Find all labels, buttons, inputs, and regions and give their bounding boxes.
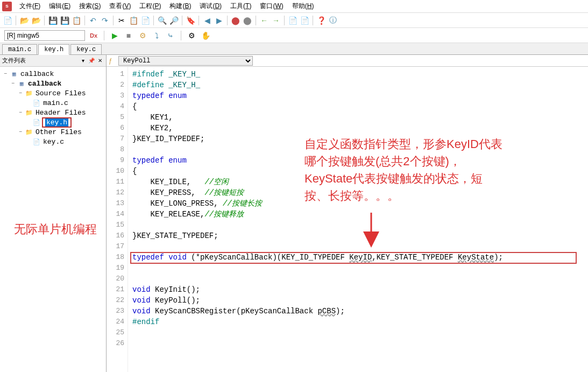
annotation-right: 自定义函数指针类型，形参KeyID代表哪个按键触发(总共2个按键)，KeySta… <box>304 136 502 205</box>
hand-button[interactable]: ✋ <box>200 30 211 41</box>
panel-pin-icon[interactable]: 📌 <box>88 57 95 65</box>
breakpoint-toggle-button[interactable]: ⬤ <box>242 15 253 26</box>
stop-button[interactable]: ■ <box>123 30 134 41</box>
save-as-button[interactable]: 📋 <box>71 15 82 26</box>
code-editor[interactable]: #ifndef _KEY_H_#define _KEY_H_typedef en… <box>128 67 588 372</box>
annotation-left: 无际单片机编程 <box>14 221 97 238</box>
editor-tabs: main.ckey.hkey.c <box>0 43 588 55</box>
copy-button[interactable]: 📋 <box>128 15 139 26</box>
tree-node-callback[interactable]: −▦callback <box>2 69 104 79</box>
tree-node-other-files[interactable]: −📁Other Files <box>2 127 104 137</box>
new-file-button[interactable]: 📄 <box>2 15 13 26</box>
about-button[interactable]: ⓘ <box>328 15 338 26</box>
nav-fwd-button[interactable]: ▶ <box>214 15 224 26</box>
editor-area: ƒ KeyPoll 123456789101112131415161718192… <box>107 55 588 372</box>
symbol-select[interactable]: KeyPoll <box>118 56 253 66</box>
rebuild-button[interactable]: Dx <box>88 30 99 41</box>
tree-node-callback[interactable]: −▦callback <box>2 79 104 88</box>
menu-v[interactable]: 查看(V) <box>105 1 135 11</box>
menu-e[interactable]: 编辑(E) <box>45 1 75 11</box>
menu-w[interactable]: 窗口(W) <box>256 1 287 11</box>
tree-node-key.c[interactable]: 📄key.c <box>2 137 104 146</box>
step-into-button[interactable]: ⤷ <box>165 30 176 41</box>
menu-p[interactable]: 工程(P) <box>135 1 165 11</box>
find-button[interactable]: 🔍 <box>157 15 167 26</box>
toolbar-main: 📄 📂 📂 💾 💾 📋 ↶ ↷ ✂ 📋 📄 🔍 🔎 🔖 ◀ ▶ ⬤ ⬤ ← → … <box>0 13 588 28</box>
tree-node-key.h[interactable]: 📄key.h <box>2 117 104 127</box>
line-gutter: 1234567891011121314151617181920212223242… <box>107 67 128 372</box>
paste-button[interactable]: 📄 <box>140 15 151 26</box>
undo-button[interactable]: ↶ <box>88 15 98 26</box>
app-icon: S <box>2 2 12 11</box>
go-next-button[interactable]: → <box>271 15 281 26</box>
folder-icon: 📁 <box>25 109 33 116</box>
tab-key-h[interactable]: key.h <box>38 44 69 55</box>
build-doc-button[interactable]: 📄 <box>287 15 298 26</box>
run-button[interactable]: ▶ <box>109 30 120 41</box>
file-icon: 📄 <box>32 99 41 107</box>
function-icon: ƒ <box>109 57 116 65</box>
bookmark-button[interactable]: 🔖 <box>185 15 196 26</box>
proj-icon: ▦ <box>17 80 26 87</box>
file-list-panel: 文件列表 ▾ 📌 ✕ −▦callback−▦callback−📁Source … <box>0 55 107 372</box>
folder-icon: 📁 <box>25 89 33 97</box>
target-select[interactable] <box>4 30 85 41</box>
menu-b[interactable]: 构建(B) <box>165 1 195 11</box>
help-button[interactable]: ❓ <box>316 15 327 26</box>
file-tree[interactable]: −▦callback−▦callback−📁Source Files📄main.… <box>0 67 106 372</box>
panel-dropdown-icon[interactable]: ▾ <box>79 57 87 65</box>
step-over-button[interactable]: ⤵ <box>151 30 162 41</box>
find-files-button[interactable]: 🔎 <box>168 15 179 26</box>
folder-icon: 📁 <box>25 128 33 136</box>
cut-button[interactable]: ✂ <box>116 15 127 26</box>
tree-node-source-files[interactable]: −📁Source Files <box>2 88 104 98</box>
menu-s[interactable]: 搜索(S) <box>75 1 105 11</box>
menubar: S 文件(F)编辑(E)搜索(S)查看(V)工程(P)构建(B)调试(D)工具(… <box>0 0 588 13</box>
file-icon: 📄 <box>32 138 41 145</box>
symbol-bar: ƒ KeyPoll <box>107 55 588 67</box>
menu-t[interactable]: 工具(T) <box>226 1 256 11</box>
save-button[interactable]: 💾 <box>47 15 58 26</box>
tab-main-c[interactable]: main.c <box>2 44 37 54</box>
tree-node-header-files[interactable]: −📁Header Files <box>2 108 104 117</box>
settings-button[interactable]: ⚙ <box>186 30 197 41</box>
open-button[interactable]: 📂 <box>19 15 30 26</box>
tab-key-c[interactable]: key.c <box>70 44 102 54</box>
redo-button[interactable]: ↷ <box>100 15 110 26</box>
breakpoint-button[interactable]: ⬤ <box>230 15 241 26</box>
proj-icon: ▦ <box>10 70 18 78</box>
tree-node-main.c[interactable]: 📄main.c <box>2 98 104 108</box>
menu-f[interactable]: 文件(F) <box>15 1 45 11</box>
panel-close-icon[interactable]: ✕ <box>96 57 104 65</box>
menu-d[interactable]: 调试(D) <box>195 1 226 11</box>
save-all-button[interactable]: 💾 <box>59 15 70 26</box>
target-toolbar: Dx ▶ ■ ⚙ ⤵ ⤷ ⚙ ✋ <box>0 28 588 43</box>
file-icon: 📄 <box>32 118 41 126</box>
go-prev-button[interactable]: ← <box>259 15 270 26</box>
file-list-title: 文件列表 <box>2 57 26 65</box>
open-recent-button[interactable]: 📂 <box>31 15 41 26</box>
debug-button[interactable]: ⚙ <box>137 30 148 41</box>
build-doc2-button[interactable]: 📄 <box>299 15 310 26</box>
menu-h[interactable]: 帮助(H) <box>288 1 318 11</box>
nav-back-button[interactable]: ◀ <box>202 15 212 26</box>
file-list-header: 文件列表 ▾ 📌 ✕ <box>0 55 106 67</box>
